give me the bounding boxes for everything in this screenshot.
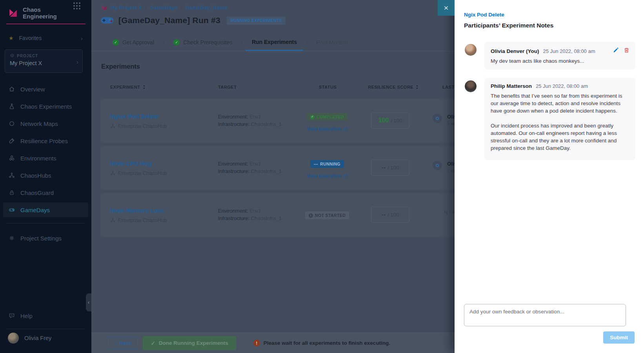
column-experiment[interactable]: EXPERIMENT xyxy=(110,85,146,89)
avatar: O xyxy=(433,114,442,123)
comment-card: Philip Matterson 25 Jun 2022, 08:00 am T… xyxy=(484,78,635,160)
done-running-experiments-button[interactable]: ✓ Done Running Experiments xyxy=(143,336,236,350)
sidebar-item-label: Help xyxy=(20,313,33,319)
gear-icon xyxy=(9,235,15,241)
step-check-prerequisites[interactable]: ✓ Check Prerequisites xyxy=(167,34,238,51)
step-post-mortem[interactable]: Post-Mortem xyxy=(310,34,354,51)
drawer-experiment-link[interactable]: Ngix Pod Delete xyxy=(464,12,504,18)
page-title: [GameDay_Name] Run #3 xyxy=(118,16,220,25)
view-execution-link[interactable]: View Execution xyxy=(296,173,358,179)
avatar xyxy=(8,333,19,344)
sidebar-item-label: Chaos Experiments xyxy=(20,103,72,110)
footer-warning: ! Please wait for all experiments to fin… xyxy=(253,340,390,346)
chaos-logo-icon xyxy=(101,5,107,11)
column-last: LAST xyxy=(442,85,455,89)
app-window: Chaos Engineering ★ Favorites › PROJECT … xyxy=(0,0,644,353)
status-badge: ! NOT STARTED xyxy=(305,211,349,219)
sidebar-item-gamedays[interactable]: GameDays xyxy=(3,202,88,217)
user-name: Olivia Frey xyxy=(24,335,51,341)
running-dots-icon: ••• xyxy=(314,162,318,166)
project-name: My Project X xyxy=(10,60,78,66)
favorites-row[interactable]: ★ Favorites › xyxy=(0,32,91,44)
close-icon[interactable]: × xyxy=(438,0,455,16)
divider xyxy=(6,329,85,329)
target-cell: Environment: Env1 Infrastructure: ChaosI… xyxy=(218,160,282,175)
info-circle-icon: ! xyxy=(309,213,313,218)
last-cell: N / A xyxy=(444,209,455,215)
sidebar-item-resilience-probes[interactable]: Resilience Probes xyxy=(3,133,88,148)
status-cell: ••• RUNNING View Execution xyxy=(296,146,358,190)
home-icon xyxy=(9,86,15,92)
step-run-experiments[interactable]: Run Experiments xyxy=(246,34,303,51)
sidebar-item-chaoshubs[interactable]: ChaosHubs xyxy=(3,168,88,183)
external-link-icon xyxy=(343,174,347,178)
sidebar-item-project-settings[interactable]: Project Settings xyxy=(3,231,88,246)
avatar xyxy=(465,80,477,92)
sidebar-settings: Project Settings xyxy=(3,231,88,248)
chevron-left-icon: ‹ xyxy=(115,340,116,346)
flask-icon xyxy=(9,103,15,109)
hub-name: Enterprise ChaosHub xyxy=(118,170,167,176)
sidebar-help: Help xyxy=(3,308,88,326)
sidebar-item-chaosguard[interactable]: ChaosGuard xyxy=(3,185,88,200)
sidebar-collapse-handle[interactable]: ‹ xyxy=(86,293,91,311)
chevron-right-icon: › xyxy=(239,34,246,51)
avatar xyxy=(465,44,477,56)
step-label: Post-Mortem xyxy=(316,39,347,45)
step-label: Check Prerequisites xyxy=(183,39,232,45)
drawer-title: Participants’ Experiment Notes xyxy=(464,22,553,29)
resilience-score: -- / 100 xyxy=(371,207,409,223)
sidebar-item-network-maps[interactable]: Network Maps xyxy=(3,116,88,131)
sort-icon xyxy=(142,85,146,89)
edit-icon[interactable] xyxy=(613,47,619,53)
environments-icon xyxy=(9,155,15,161)
chevron-right-icon: › xyxy=(181,4,183,11)
experiment-link[interactable]: Node CPU Hog xyxy=(110,160,152,167)
brand-accent-divider xyxy=(6,24,86,24)
sidebar-item-help[interactable]: Help xyxy=(3,308,88,323)
last-cell: O Oliv 5 mi xyxy=(433,114,457,126)
comment-card: Olivia Denver (You) 25 Jun 2022, 08:00 a… xyxy=(484,42,635,69)
divider xyxy=(6,223,85,224)
sidebar-item-overview[interactable]: Overview xyxy=(3,82,88,96)
column-resilience-score[interactable]: RESILIENCE SCORE xyxy=(368,85,419,89)
hub-icon xyxy=(110,171,115,176)
hub-icon xyxy=(110,218,115,223)
status-cell: ! NOT STARTED xyxy=(296,193,358,237)
notes-drawer: × Ngix Pod Delete Participants’ Experime… xyxy=(455,0,644,353)
submit-button[interactable]: Submit xyxy=(603,331,635,344)
check-circle-icon: ✓ xyxy=(310,115,315,119)
chevron-right-icon: › xyxy=(160,34,167,51)
hub-icon xyxy=(110,124,115,129)
feedback-input[interactable] xyxy=(464,304,626,326)
network-map-icon xyxy=(9,120,15,127)
experiment-link[interactable]: Nginx Pod Delete xyxy=(110,113,158,120)
sidebar-item-label: Overview xyxy=(20,86,45,93)
step-get-approval[interactable]: ✓ Get Approval xyxy=(106,34,160,51)
comment-body: My dev team acts like chaos monkeys... xyxy=(491,57,629,65)
module-grid-icon[interactable] xyxy=(73,2,80,9)
user-profile[interactable]: Olivia Frey xyxy=(8,333,86,344)
comment-timestamp: 25 Jun 2022, 08:00 am xyxy=(543,48,595,54)
sidebar-item-chaos-experiments[interactable]: Chaos Experiments xyxy=(3,99,88,114)
experiment-link[interactable]: Node Memory Loss xyxy=(110,207,164,214)
breadcrumb-link-gameday-name[interactable]: GameDay_Name xyxy=(186,5,227,11)
sidebar-item-label: ChaosGuard xyxy=(20,189,54,196)
status-badge: ✓ COMPLETED xyxy=(307,113,347,121)
comment-timestamp: 25 Jun 2022, 08:00 am xyxy=(536,83,588,89)
breadcrumb: My Project X › GameDays › GameDay_Name xyxy=(101,4,227,11)
sidebar-item-environments[interactable]: Environments xyxy=(3,151,88,166)
hub-name: Enterprise ChaosHub xyxy=(118,123,167,129)
delete-icon[interactable] xyxy=(624,47,629,53)
target-cell: Environment: Env1 Infrastructure: ChaosI… xyxy=(218,113,282,128)
sidebar: Chaos Engineering ★ Favorites › PROJECT … xyxy=(0,0,91,353)
avatar: O xyxy=(433,161,442,170)
back-button[interactable]: ‹ Back xyxy=(108,337,138,349)
chevron-right-icon: › xyxy=(303,34,310,51)
breadcrumb-link-gamedays[interactable]: GameDays xyxy=(150,5,178,11)
warning-icon: ! xyxy=(253,340,260,346)
check-circle-icon: ✓ xyxy=(173,39,180,45)
project-selector[interactable]: PROJECT My Project X › xyxy=(5,49,83,73)
view-execution-link[interactable]: View Execution xyxy=(296,126,358,132)
breadcrumb-link-project[interactable]: My Project X xyxy=(110,5,142,11)
